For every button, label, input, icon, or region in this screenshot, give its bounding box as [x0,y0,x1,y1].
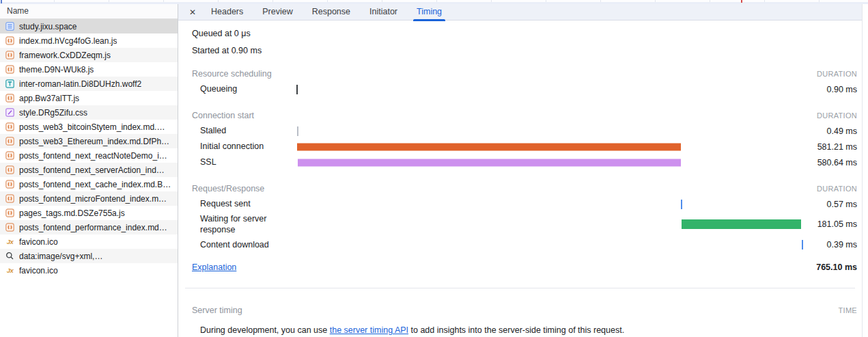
request-row[interactable]: posts_fontend_next_cache_index.md.B… [0,177,178,191]
tab-response[interactable]: Response [303,4,360,21]
font-icon [5,79,15,89]
requests-name-column-header[interactable]: Name [0,4,178,19]
request-name: study.jixu.space [19,22,77,31]
timing-row-duration: 0.57 ms [827,200,857,209]
timing-bar-bar [297,143,681,150]
request-name: posts_fontend_next_reactNoteDemo_i… [19,151,167,161]
explanation-link[interactable]: Explanation [192,262,236,272]
detail-tabbar: ✕ HeadersPreviewResponseInitiatorTiming [178,4,862,21]
request-row[interactable]: study.jixu.space [0,19,178,33]
request-name: posts_web3_bitcoinStytem_index.md.… [19,122,165,132]
script-icon [5,151,15,161]
timing-footer: Explanation 765.10 ms [178,260,862,275]
tab-preview[interactable]: Preview [253,4,302,21]
timing-row-duration: 0.49 ms [827,126,857,136]
timing-row-duration: 181.05 ms [817,219,857,229]
timing-row-label: Stalled [200,124,285,137]
request-row[interactable]: framework.CxDDZeqm.js [0,48,178,62]
script-icon [5,94,15,103]
script-icon [5,36,15,46]
request-name: app.Bw37alTT.js [19,94,79,103]
request-row[interactable]: posts_fontend_performance_index.md… [0,220,178,234]
duration-column-header: DURATION [817,108,857,123]
request-name: index.md.hVcg4foG.lean.js [19,36,117,46]
section-title-text: Resource scheduling [192,69,272,79]
request-row[interactable]: pages_tags.md.DSZe755a.js [0,206,178,220]
timing-tab-content: Queued at 0 μs Started at 0.90 ms Resour… [178,21,862,337]
section-title-text: Connection start [192,111,254,120]
request-row[interactable]: app.Bw37alTT.js [0,91,178,105]
timing-row-label: Content download [200,238,285,252]
timing-row-label: Initial connection [200,139,285,153]
request-row[interactable]: posts_web3_Ethereum_index.md.DfPh… [0,134,178,148]
timing-row: Content download0.39 ms [178,237,862,253]
request-row[interactable]: inter-roman-latin.Di8DUHzh.woff2 [0,77,178,91]
request-row[interactable]: posts_web3_bitcoinStytem_index.md.… [0,120,178,134]
request-name: favicon.ico [19,266,58,275]
scrollbar-gutter[interactable] [862,4,868,337]
server-timing-note: During development, you can use the serv… [178,325,862,335]
duration-column-header: DURATION [817,181,857,196]
request-row[interactable]: data:image/svg+xml,… [0,249,178,263]
request-name: posts_fontend_next_serverAction_ind… [19,165,165,175]
request-row[interactable]: index.md.hVcg4foG.lean.js [0,33,178,48]
request-row[interactable]: Jxfavicon.ico [0,234,178,249]
load-event-marker [741,0,742,3]
tab-headers[interactable]: Headers [201,4,253,21]
request-row[interactable]: posts_fontend_next_serverAction_ind… [0,163,178,177]
timing-row-duration: 580.64 ms [817,158,857,167]
request-name: theme.D9N-WUk8.js [19,65,94,75]
timing-section: Request/ResponseDURATIONRequest sent0.57… [178,181,862,253]
request-name: style.DRg5Zifu.css [19,108,87,118]
timing-row-duration: 581.21 ms [817,142,857,152]
time-column-header: TIME [839,303,857,318]
request-name: pages_tags.md.DSZe755a.js [19,208,125,218]
server-timing-title: Server timing [192,306,242,315]
favicon-image: Jx [5,266,15,275]
script-icon [5,223,15,232]
timing-section: Resource schedulingDURATIONQueueing0.90 … [178,66,862,97]
request-row[interactable]: Jxfavicon.ico [0,263,178,278]
script-icon [5,51,15,60]
server-timing-note-before: During development, you can use [200,325,330,335]
server-timing-note-after: to add insights into the server-side tim… [408,325,624,335]
timing-row: Waiting for server response181.05 ms [178,212,862,237]
timing-section-title: Connection startDURATION [178,108,862,123]
timing-bar-tick [297,126,298,136]
timing-row: SSL580.64 ms [178,154,862,170]
request-name: posts_fontend_microFontend_index.m… [19,194,167,204]
request-list: study.jixu.spaceindex.md.hVcg4foG.lean.j… [0,19,178,337]
request-name: favicon.ico [19,237,58,247]
request-name: posts_web3_Ethereum_index.md.DfPh… [19,137,169,146]
css-icon [5,108,15,118]
script-icon [5,180,15,189]
request-row[interactable]: posts_fontend_next_reactNoteDemo_i… [0,148,178,163]
server-timing-api-link[interactable]: the server timing API [330,325,408,335]
section-title-text: Request/Response [192,184,264,193]
timing-row-duration: 0.90 ms [827,85,857,94]
timing-bar-tick [802,240,803,250]
timing-row-label: SSL [200,155,285,169]
tab-initiator[interactable]: Initiator [360,4,407,21]
timing-sections: Resource schedulingDURATIONQueueing0.90 … [178,66,862,253]
svg-image [5,252,15,261]
script-icon [5,208,15,218]
favicon-image: Jx [5,237,15,247]
queued-at-text: Queued at 0 μs [178,29,862,38]
script-icon [5,65,15,75]
tab-timing[interactable]: Timing [407,4,451,21]
timing-row: Request sent0.57 ms [178,196,862,212]
section-divider [185,288,855,288]
request-row[interactable]: theme.D9N-WUk8.js [0,62,178,77]
timing-row-label: Queueing [200,82,285,96]
close-icon[interactable]: ✕ [184,4,201,21]
request-name: posts_fontend_next_cache_index.md.B… [19,180,171,189]
request-detail-panel: ✕ HeadersPreviewResponseInitiatorTiming … [178,4,862,337]
script-icon [5,165,15,175]
request-row[interactable]: posts_fontend_microFontend_index.m… [0,191,178,206]
document-icon [5,22,15,31]
timing-section-title: Resource schedulingDURATION [178,66,862,81]
request-row[interactable]: style.DRg5Zifu.css [0,105,178,120]
request-name: posts_fontend_performance_index.md… [19,223,167,232]
timing-bar-tick [681,200,682,209]
